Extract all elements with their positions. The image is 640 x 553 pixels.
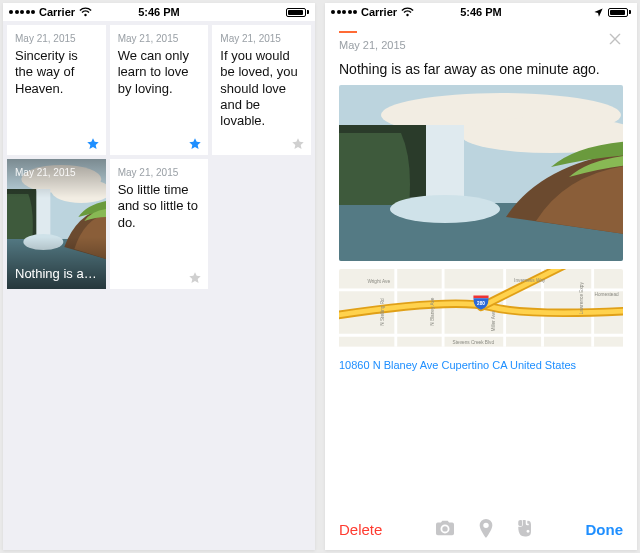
location-pin-icon[interactable] [478,519,494,539]
note-card[interactable]: May 21, 2015 We can only learn to love b… [110,25,209,155]
svg-text:N Blaney Ave: N Blaney Ave [430,297,435,326]
evernote-icon[interactable] [516,519,534,539]
note-card[interactable]: May 21, 2015 If you would be loved, you … [212,25,311,155]
svg-text:280: 280 [477,301,485,306]
note-card[interactable]: May 21, 2015 Sincerity is the way of Hea… [7,25,106,155]
note-card[interactable]: May 21, 2015 So little time and so littl… [110,159,209,289]
svg-text:Stevens Creek Blvd: Stevens Creek Blvd [453,340,495,345]
star-icon[interactable] [188,271,202,285]
svg-text:Inverness Way: Inverness Way [514,278,546,283]
note-date: May 21, 2015 [118,167,201,178]
note-body: Sincerity is the way of Heaven. [15,48,98,149]
delete-button[interactable]: Delete [339,521,382,538]
grid-screen: Carrier 5:46 PM May 21, 2015 Sincerity i… [3,3,315,550]
detail-toolbar: Delete Done [339,508,623,550]
status-bar: Carrier 5:46 PM [325,3,637,21]
address-link[interactable]: 10860 N Blaney Ave Cupertino CA United S… [339,359,623,371]
accent-bar [339,31,357,33]
detail-photo[interactable] [339,85,623,261]
svg-rect-10 [426,125,464,207]
battery-icon [608,8,631,17]
location-arrow-icon [593,7,604,18]
battery-icon [286,8,309,17]
svg-text:Wright Ave: Wright Ave [367,279,390,284]
svg-text:Lawrence Expy: Lawrence Expy [579,282,584,315]
note-date: May 21, 2015 [15,33,98,44]
svg-text:N Stelling Rd: N Stelling Rd [380,298,385,326]
detail-date: May 21, 2015 [339,39,406,51]
detail-text: Nothing is as far away as one minute ago… [339,61,623,77]
note-date: May 21, 2015 [220,33,303,44]
waterfall-image [339,85,623,261]
carrier-label: Carrier [361,6,397,18]
note-body: We can only learn to love by loving. [118,48,201,149]
svg-point-11 [390,195,500,223]
note-card-photo[interactable]: May 21, 2015 Nothing is as… [7,159,106,289]
detail-screen: Carrier 5:46 PM May 21, 2015 Nothing [325,3,637,550]
note-body: So little time and so little to do. [118,182,201,283]
note-date: May 21, 2015 [15,167,98,178]
done-button[interactable]: Done [585,521,623,538]
note-body: Nothing is as… [15,266,98,281]
star-icon[interactable] [86,137,100,151]
carrier-label: Carrier [39,6,75,18]
note-date: May 21, 2015 [118,33,201,44]
signal-strength-icon [331,10,357,14]
star-icon[interactable] [291,137,305,151]
notes-grid: May 21, 2015 Sincerity is the way of Hea… [3,21,315,550]
wifi-icon [79,7,92,17]
note-body: If you would be loved, you should love a… [220,48,303,149]
signal-strength-icon [9,10,35,14]
wifi-icon [401,7,414,17]
status-bar: Carrier 5:46 PM [3,3,315,21]
detail-map[interactable]: Wright Ave N Stelling Rd N Blaney Ave Mi… [339,269,623,351]
camera-icon[interactable] [434,519,456,539]
close-button[interactable] [607,31,623,47]
svg-text:Miller Ave: Miller Ave [491,311,496,332]
star-icon[interactable] [188,137,202,151]
map-image: Wright Ave N Stelling Rd N Blaney Ave Mi… [339,269,623,347]
svg-text:Homestead: Homestead [595,292,620,297]
